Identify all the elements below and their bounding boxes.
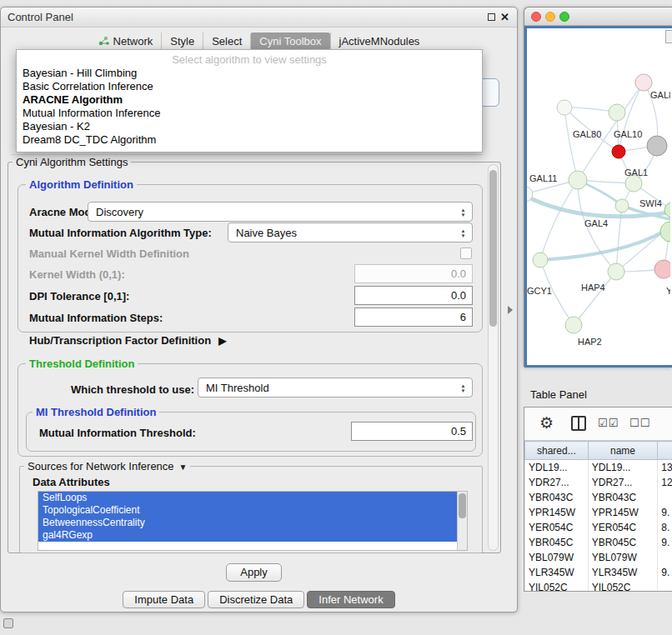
node-label: GCY1: [527, 286, 552, 296]
network-node[interactable]: [608, 263, 624, 280]
dropdown-item[interactable]: Bayesian - Hill Climbing: [17, 67, 482, 80]
mi-steps-field[interactable]: 6: [354, 308, 473, 327]
mi-threshold-label: Mutual Information Threshold:: [39, 427, 196, 439]
dpi-tolerance-field[interactable]: 0.0: [354, 286, 473, 305]
float-window-icon[interactable]: [488, 13, 495, 21]
mi-threshold-field[interactable]: 0.5: [351, 422, 473, 441]
tab-network[interactable]: Network: [90, 32, 162, 50]
network-titlebar[interactable]: [524, 8, 672, 26]
dropdown-item[interactable]: Bayesian - K2: [17, 120, 482, 133]
node-label: GAL11: [529, 173, 557, 183]
table-row[interactable]: YDR27...YDR27...12: [525, 475, 672, 490]
aracne-mode-combo[interactable]: Discovery ▲▼: [88, 202, 473, 222]
hub-transcription-factor-expander[interactable]: Hub/Transcription Factor Definition▶: [29, 334, 226, 347]
column-header[interactable]: name: [588, 442, 658, 460]
network-node-labels: GAL8 GAL80 GAL10 GAL11 GAL1 SWI4 GAL4 GC…: [527, 90, 670, 347]
node-label: Y: [666, 286, 670, 296]
network-node[interactable]: [565, 317, 582, 333]
network-node[interactable]: [569, 171, 587, 189]
tab-jactivemnodules[interactable]: jActiveMNodules: [330, 32, 429, 50]
panel-collapse-arrow-icon[interactable]: [508, 306, 513, 314]
dropdown-item[interactable]: Mutual Information Inference: [17, 107, 482, 120]
tab-discretize-data[interactable]: Discretize Data: [208, 591, 304, 608]
combo-value: MI Threshold: [206, 382, 269, 394]
combo-value: Naive Bayes: [236, 227, 297, 239]
tab-label: Style: [170, 35, 194, 48]
network-scrollbar-stub[interactable]: [665, 30, 672, 43]
table-row[interactable]: YPR145WYPR145W9.: [525, 505, 672, 520]
list-item-selected[interactable]: BetweennessCentrality: [38, 517, 457, 529]
which-threshold-label: Which threshold to use:: [71, 383, 194, 396]
dropdown-item-selected[interactable]: ARACNE Algorithm: [17, 93, 482, 107]
table-row[interactable]: YLR345WYLR345W9.: [525, 565, 672, 580]
sources-toggle[interactable]: Sources for Network Inference▼: [24, 460, 190, 472]
dock-grip-icon[interactable]: [3, 618, 13, 628]
control-panel-titlebar[interactable]: Control Panel ✕: [1, 8, 517, 28]
table-panel-window: ⚙ ☑☑ ☐☐ shared... name YDL19...YDL19...1…: [524, 407, 672, 592]
list-scrollbar-thumb[interactable]: [459, 493, 466, 518]
which-threshold-combo[interactable]: MI Threshold ▲▼: [198, 378, 473, 398]
tab-cyni-toolbox[interactable]: Cyni Toolbox: [250, 32, 329, 50]
manual-kernel-width-checkbox[interactable]: [460, 248, 472, 259]
dpi-tolerance-label: DPI Tolerance [0,1]:: [29, 290, 129, 302]
settings-group-title: Cyni Algorithm Settings: [13, 156, 131, 168]
tab-select[interactable]: Select: [203, 32, 250, 50]
list-scrollbar[interactable]: [457, 492, 467, 550]
data-attributes-list[interactable]: SelfLoops TopologicalCoefficient Between…: [38, 491, 468, 551]
network-node[interactable]: [647, 136, 667, 156]
table-row[interactable]: YBR043CYBR043C: [525, 490, 672, 505]
network-graph[interactable]: GAL8 GAL80 GAL10 GAL11 GAL1 SWI4 GAL4 GC…: [527, 28, 670, 365]
network-node[interactable]: [660, 222, 670, 242]
apply-button[interactable]: Apply: [226, 563, 282, 582]
sources-title: Sources for Network Inference: [28, 460, 174, 472]
mi-threshold-definition-title: MI Threshold Definition: [33, 406, 159, 418]
tab-infer-network[interactable]: Infer Network: [307, 591, 394, 608]
table-row[interactable]: YIL052CYIL052C: [525, 580, 672, 592]
network-node[interactable]: [654, 260, 670, 278]
network-node[interactable]: [533, 252, 548, 268]
settings-scrollbar[interactable]: [488, 164, 499, 551]
table-row[interactable]: YBR045CYBR045C9.: [525, 535, 672, 550]
network-node[interactable]: [609, 104, 625, 121]
node-label: GAL8: [650, 90, 670, 100]
network-node[interactable]: [615, 199, 629, 212]
columns-icon[interactable]: [571, 416, 586, 431]
dropdown-item[interactable]: Basic Correlation Inference: [17, 80, 482, 93]
column-header[interactable]: [658, 442, 672, 460]
list-item-selected[interactable]: gal4RGexp: [38, 529, 457, 542]
node-label: GAL80: [573, 129, 601, 139]
mi-algorithm-type-combo[interactable]: Naive Bayes ▲▼: [228, 222, 473, 242]
collapse-down-icon: ▼: [179, 462, 188, 472]
table-row[interactable]: YBL079WYBL079W: [525, 550, 672, 565]
table-row[interactable]: YER054CYER054C8.: [525, 520, 672, 535]
table-row[interactable]: YDL19...YDL19...13: [525, 460, 672, 475]
dropdown-item[interactable]: Dream8 DC_TDC Algorithm: [17, 133, 482, 147]
close-icon[interactable]: ✕: [500, 11, 509, 23]
network-node-selected[interactable]: [612, 145, 625, 158]
hub-label: Hub/Transcription Factor Definition: [29, 334, 211, 347]
kernel-width-field[interactable]: 0.0: [354, 264, 473, 283]
tab-style[interactable]: Style: [161, 32, 203, 50]
network-node[interactable]: [635, 74, 652, 91]
close-traffic-light[interactable]: [531, 12, 541, 22]
deselect-all-checks-icon[interactable]: ☐☐: [629, 417, 650, 429]
network-view-window: GAL8 GAL80 GAL10 GAL11 GAL1 SWI4 GAL4 GC…: [524, 7, 672, 367]
kernel-width-label: Kernel Width (0,1):: [29, 268, 125, 281]
gear-icon[interactable]: ⚙: [539, 413, 554, 432]
network-node[interactable]: [557, 100, 572, 115]
node-label: GAL4: [584, 218, 608, 228]
minimize-traffic-light[interactable]: [545, 12, 555, 22]
algorithm-dropdown-popup: Select algorithm to view settings Bayesi…: [16, 49, 483, 152]
network-node[interactable]: [664, 202, 670, 218]
tab-impute-data[interactable]: Impute Data: [123, 591, 205, 608]
select-all-checks-icon[interactable]: ☑☑: [598, 417, 619, 429]
zoom-traffic-light[interactable]: [559, 12, 569, 22]
combo-stepper-icon: ▲▼: [458, 382, 469, 395]
list-item-selected[interactable]: SelfLoops: [38, 492, 457, 504]
settings-scrollbar-thumb[interactable]: [489, 170, 497, 327]
column-header[interactable]: shared...: [525, 442, 589, 460]
network-canvas[interactable]: GAL8 GAL80 GAL10 GAL11 GAL1 SWI4 GAL4 GC…: [524, 26, 672, 368]
network-node[interactable]: [625, 175, 642, 192]
list-item-selected[interactable]: TopologicalCoefficient: [38, 504, 457, 517]
covered-groupbox-fragment: [11, 154, 483, 155]
